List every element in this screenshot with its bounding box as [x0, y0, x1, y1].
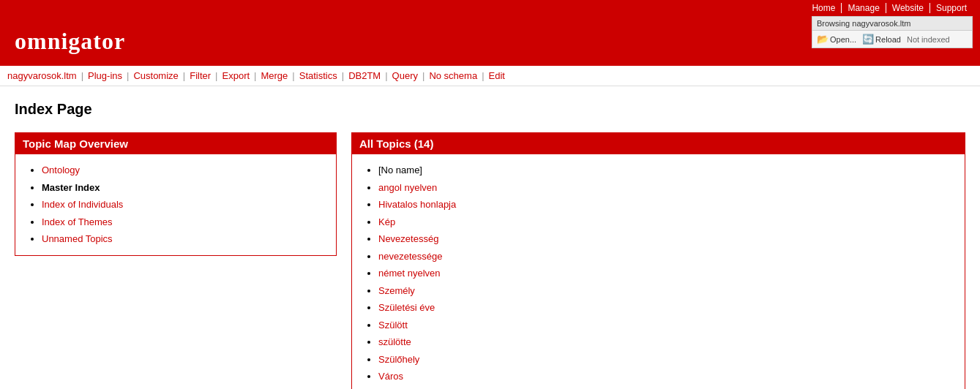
- list-item: Wikipédia oldala: [378, 385, 953, 390]
- menu-bar: nagyvarosok.ltm | Plug-ins | Customize |…: [0, 66, 980, 86]
- list-item: szülötte: [378, 333, 953, 351]
- list-item: Index of Themes: [42, 214, 324, 231]
- separator: |: [381, 70, 392, 81]
- list-item: angol nyelven: [378, 179, 953, 197]
- list-item: Hivatalos honlapja: [378, 196, 953, 214]
- topic-link[interactable]: Szülőhely: [378, 354, 419, 365]
- right-panel-list: [No name] angol nyelven Hivatalos honlap…: [364, 162, 953, 389]
- reload-icon: 🔄: [862, 34, 874, 45]
- list-item: Szülőhely: [378, 351, 953, 369]
- left-panel-header: Topic Map Overview: [15, 133, 336, 154]
- right-panel-body: [No name] angol nyelven Hivatalos honlap…: [352, 154, 965, 389]
- separator: |: [288, 70, 299, 81]
- menu-merge[interactable]: Merge: [261, 70, 288, 81]
- master-index-link[interactable]: Master Index: [42, 182, 100, 193]
- browsing-popup-title: Browsing nagyvarosok.ltm: [812, 17, 972, 31]
- topic-link[interactable]: Város: [378, 371, 403, 382]
- menu-query[interactable]: Query: [392, 70, 418, 81]
- menu-export[interactable]: Export: [222, 70, 250, 81]
- topic-link[interactable]: Kép: [378, 216, 395, 227]
- reload-label: Reload: [875, 35, 901, 44]
- topic-link[interactable]: angol nyelven: [378, 182, 437, 193]
- columns-layout: Topic Map Overview Ontology Master Index…: [15, 132, 965, 389]
- separator: |: [179, 70, 190, 81]
- list-item: Város: [378, 368, 953, 385]
- topic-link[interactable]: Személy: [378, 285, 415, 296]
- menu-edit[interactable]: Edit: [489, 70, 505, 81]
- index-individuals-link[interactable]: Index of Individuals: [42, 199, 123, 210]
- browsing-popup: Browsing nagyvarosok.ltm 📂 Open... 🔄 Rel…: [812, 16, 973, 48]
- browsing-popup-actions: 📂 Open... 🔄 Reload Not indexed: [812, 31, 972, 48]
- separator: |: [250, 70, 261, 81]
- list-item: Szülött: [378, 317, 953, 334]
- list-item: Nevezetesség: [378, 230, 953, 248]
- separator: |: [122, 70, 133, 81]
- right-panel-header: All Topics (14): [352, 133, 965, 154]
- list-item: nevezetessége: [378, 248, 953, 265]
- topic-link[interactable]: nevezetessége: [378, 251, 442, 262]
- nav-manage[interactable]: Manage: [842, 3, 886, 13]
- separator: |: [337, 70, 348, 81]
- separator: |: [418, 70, 429, 81]
- folder-icon: 📂: [817, 34, 828, 45]
- app-logo: omnigator: [15, 28, 125, 55]
- nav-home[interactable]: Home: [806, 3, 842, 13]
- topic-link[interactable]: német nyelven: [378, 268, 441, 279]
- list-item: Születési éve: [378, 299, 953, 317]
- left-panel-body: Ontology Master Index Index of Individua…: [15, 154, 336, 255]
- not-indexed-label: Not indexed: [907, 35, 950, 44]
- menu-db2tm[interactable]: DB2TM: [348, 70, 381, 81]
- list-item: Személy: [378, 282, 953, 300]
- menu-plugins[interactable]: Plug-ins: [88, 70, 122, 81]
- top-nav-links: Home Manage Website Support: [806, 3, 973, 13]
- separator: |: [211, 70, 222, 81]
- page-title: Index Page: [15, 101, 965, 118]
- list-item: Unnamed Topics: [42, 230, 324, 248]
- topic-link[interactable]: Szülött: [378, 320, 408, 331]
- list-item: Master Index: [42, 179, 324, 197]
- list-item: [No name]: [378, 162, 953, 179]
- nav-website[interactable]: Website: [886, 3, 930, 13]
- menu-no-schema[interactable]: No schema: [429, 70, 477, 81]
- list-item: Kép: [378, 214, 953, 231]
- left-panel-list: Ontology Master Index Index of Individua…: [27, 162, 324, 248]
- list-item: Index of Individuals: [42, 196, 324, 214]
- unnamed-topics-link[interactable]: Unnamed Topics: [42, 233, 113, 244]
- logo-bar: omnigator Browsing nagyvarosok.ltm 📂 Ope…: [0, 16, 980, 66]
- topic-link[interactable]: szülötte: [378, 336, 411, 347]
- menu-current-file[interactable]: nagyvarosok.ltm: [7, 70, 77, 81]
- ontology-link[interactable]: Ontology: [42, 165, 80, 175]
- separator: |: [477, 70, 488, 81]
- reload-button[interactable]: 🔄 Reload: [862, 34, 901, 45]
- right-panel: All Topics (14) [No name] angol nyelven …: [351, 132, 965, 389]
- list-item: Ontology: [42, 162, 324, 179]
- left-panel: Topic Map Overview Ontology Master Index…: [15, 132, 337, 256]
- open-label: Open...: [830, 35, 856, 44]
- open-button[interactable]: 📂 Open...: [817, 34, 856, 45]
- nav-support[interactable]: Support: [930, 3, 973, 13]
- main-content: Index Page Topic Map Overview Ontology M…: [0, 86, 980, 389]
- separator: |: [77, 70, 88, 81]
- menu-customize[interactable]: Customize: [133, 70, 178, 81]
- topic-link[interactable]: Nevezetesség: [378, 233, 438, 244]
- top-bar: Home Manage Website Support: [0, 0, 980, 16]
- list-item: német nyelven: [378, 265, 953, 282]
- topic-link[interactable]: Születési éve: [378, 302, 435, 313]
- index-themes-link[interactable]: Index of Themes: [42, 216, 113, 227]
- topic-link[interactable]: Hivatalos honlapja: [378, 199, 456, 210]
- menu-statistics[interactable]: Statistics: [299, 70, 337, 81]
- menu-filter[interactable]: Filter: [190, 70, 211, 81]
